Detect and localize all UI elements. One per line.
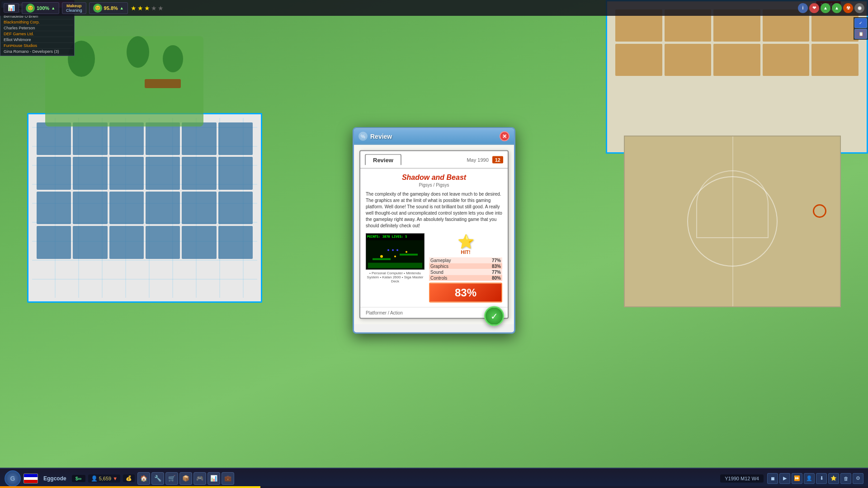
info-icon-up2[interactable]: ▲ <box>832 3 842 13</box>
play-btn[interactable]: ▶ <box>779 473 790 484</box>
score-value-sound: 77% <box>492 270 501 275</box>
misc-stat: 💰 <box>123 474 135 482</box>
star-5: ★ <box>158 5 164 12</box>
score-row-controls: Controls 80% <box>429 275 502 281</box>
info-icon-circle[interactable]: ◉ <box>854 3 864 13</box>
fans-value: 5,659 <box>99 476 112 481</box>
star-btn[interactable]: ⭐ <box>828 473 839 484</box>
build-icon-btn[interactable]: 🏠 <box>137 472 150 485</box>
fans-stat: 👤 5,659 ▼ <box>88 474 120 483</box>
hit-label: HIT! <box>461 249 470 255</box>
delete-btn[interactable]: 🗑 <box>840 473 851 484</box>
download-btn[interactable]: ⬇ <box>816 473 827 484</box>
satisfaction-arrow: ▲ <box>120 6 124 10</box>
platform-info: • Personal Computer • Mintendu System • … <box>366 271 425 283</box>
game-scene-svg <box>368 241 422 268</box>
top-hud: 📊 😊 100% ▲ Makeup Cleaning 😊 95.8% ▲ ★ ★… <box>0 0 868 16</box>
modal-ok-button[interactable]: ✓ <box>484 306 504 326</box>
left-panel-item[interactable]: Blacksmithing Corp. <box>1 19 73 25</box>
notif-btn-1[interactable]: ✓ <box>854 18 867 28</box>
happiness-section: 😊 100% ▲ <box>22 2 59 14</box>
score-table: Gameplay 77% Graphics 83% Sound 77% <box>429 258 502 303</box>
score-label-graphics: Graphics <box>430 264 448 269</box>
svg-rect-3 <box>400 254 418 256</box>
score-row-graphics: Graphics 83% <box>429 263 502 269</box>
satisfaction-icon: 😊 <box>93 4 102 13</box>
stop-btn[interactable]: ⏹ <box>767 473 778 484</box>
review-scores: ⭐ HIT! Gameplay 77% Graphics 83% <box>429 234 502 303</box>
makeup-cleaning-section: Makeup Cleaning <box>62 2 86 14</box>
company-name: Eggcode <box>41 475 69 482</box>
score-label-gameplay: Gameplay <box>430 258 451 263</box>
market-icon-btn[interactable]: 🛒 <box>165 472 178 485</box>
building-right <box>606 0 868 154</box>
svg-point-6 <box>406 251 407 253</box>
score-label-controls: Controls <box>430 276 447 281</box>
review-date: May 1990 <box>467 157 488 162</box>
modal-title-left: % Review <box>359 132 392 141</box>
info-icons-group: i ❤ ▲ ▲ ☢ ◉ <box>798 3 864 13</box>
building-office <box>27 113 262 303</box>
person-btn[interactable]: 👤 <box>804 473 815 484</box>
settings-btn[interactable]: ⚙ <box>853 473 863 484</box>
corp-icon-btn[interactable]: 💼 <box>222 472 234 485</box>
modal-close-button[interactable]: ✕ <box>500 131 509 141</box>
left-panel-item[interactable]: DEF Games Ltd. <box>1 31 73 37</box>
modal-footer: ✓ <box>354 324 514 333</box>
happiness-icon: 😊 <box>26 4 35 13</box>
review-bottom: POINTS: 3870 LIVES: 5 <box>366 234 502 303</box>
review-game-title: Shadow and Beast <box>366 174 502 182</box>
screenshot-image: POINTS: 3870 LIVES: 5 <box>366 234 425 270</box>
chart-icon: 📊 <box>8 5 15 11</box>
action-icons-group: 🏠 🔧 🛒 📦 🎮 📊 💼 <box>137 472 234 485</box>
info-icon-i[interactable]: i <box>798 3 808 13</box>
review-screenshot: POINTS: 3870 LIVES: 5 <box>366 234 425 283</box>
review-card-header: Review May 1990 12 <box>360 151 508 169</box>
product-icon-btn[interactable]: 📦 <box>179 472 192 485</box>
left-panel-item[interactable]: Charles Peterson <box>1 25 73 31</box>
info-icon-heart[interactable]: ❤ <box>809 3 819 13</box>
svg-point-7 <box>387 249 389 251</box>
game-logo: G <box>5 470 21 487</box>
review-developer: Pigsys / Pigsys <box>366 183 502 188</box>
star-4: ★ <box>151 5 157 12</box>
notif-icons: ✓ 📋 <box>854 17 868 40</box>
screenshot-header-text: POINTS: 3870 LIVES: 5 <box>367 235 407 239</box>
satisfaction-section: 😊 95.8% ▲ <box>89 2 128 14</box>
fast-btn[interactable]: ⏩ <box>792 473 802 484</box>
happiness-arrow: ▲ <box>51 6 55 10</box>
playback-controls: ⏹ ▶ ⏩ 👤 ⬇ ⭐ 🗑 ⚙ <box>767 473 863 484</box>
hit-badge: ⭐ HIT! <box>429 234 502 255</box>
chart-section[interactable]: 📊 <box>4 3 19 13</box>
basketball-court <box>624 136 841 307</box>
hit-star-icon: ⭐ <box>458 234 474 249</box>
review-content: Shadow and Beast Pigsys / Pigsys The com… <box>360 169 508 307</box>
svg-rect-1 <box>368 263 422 268</box>
fans-indicator: ▼ <box>113 476 118 481</box>
score-row-gameplay: Gameplay 77% <box>429 258 502 263</box>
bottom-right-info: Y1990 M12 W4 ⏹ ▶ ⏩ 👤 ⬇ ⭐ 🗑 ⚙ <box>720 473 863 484</box>
info-icon-up1[interactable]: ▲ <box>821 3 830 13</box>
progress-bar <box>0 486 260 488</box>
final-score: 83% <box>429 283 502 303</box>
hire-icon-btn[interactable]: 🔧 <box>151 472 164 485</box>
modal-title-text: Review <box>370 133 392 140</box>
screenshot-game-scene <box>366 240 424 269</box>
left-panel-item[interactable]: FunHouse Studios <box>1 43 73 49</box>
fans-icon: 👤 <box>91 475 98 482</box>
score-value-controls: 80% <box>492 276 501 281</box>
review-tab: Review <box>365 154 401 165</box>
score-value-graphics: 83% <box>492 264 501 269</box>
star-3: ★ <box>144 5 150 12</box>
left-panel-item[interactable]: Elliot Whitmore <box>1 37 73 43</box>
money-indicator: $∞ <box>72 475 85 482</box>
review-modal: % Review ✕ Review May 1990 12 Shadow and… <box>353 127 515 334</box>
chart-icon-btn[interactable]: 📊 <box>208 472 220 485</box>
satisfaction-pct: 95.8% <box>104 5 118 11</box>
notif-btn-2[interactable]: 📋 <box>854 29 867 39</box>
game-icon-btn[interactable]: 🎮 <box>193 472 206 485</box>
left-panel-item[interactable]: Gina Romano - Developers (3) <box>1 49 73 55</box>
cleaning-label: Cleaning <box>66 8 82 13</box>
svg-point-8 <box>392 249 394 251</box>
info-icon-hazard[interactable]: ☢ <box>843 3 853 13</box>
